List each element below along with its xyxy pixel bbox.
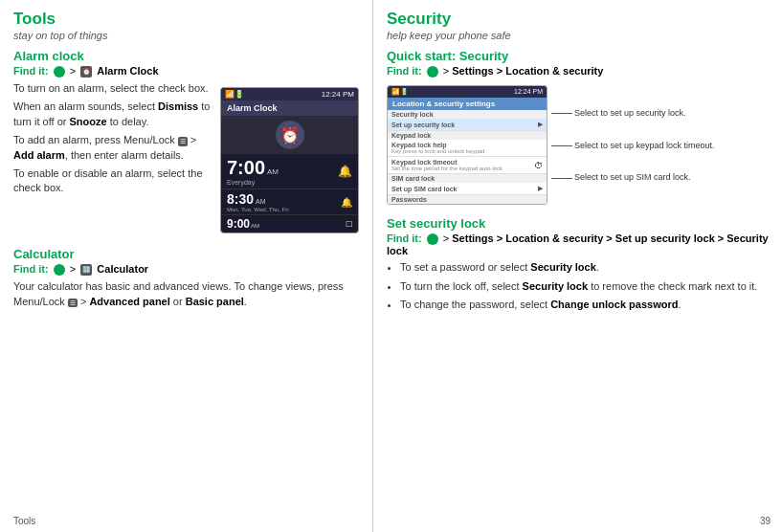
set-security-find-it: Find it: > Settings > Location & securit… (387, 233, 769, 256)
alarm-body2: When an alarm sounds, select Dismiss to … (13, 100, 212, 129)
alarm-ampm-3: AM (251, 223, 259, 229)
alarm-time-row-1: 7:00 AM Everyday 🔔 (221, 154, 358, 189)
set-sec-label: Find it: (387, 233, 422, 244)
keypad-lock-help-label: Keypad lock help (391, 142, 543, 148)
sec-row-set-up-security-lock[interactable]: Set up security lock ▶ (388, 119, 547, 131)
calc-find-it-label: Find it: (13, 263, 49, 275)
callout-item-3: Select to set up SIM card lock. (551, 172, 715, 184)
alarm-body4: To enable or disable an alarm, select th… (13, 166, 212, 196)
bullet-item-3: To change the password, select Change un… (400, 298, 769, 312)
tools-footer-label: Tools (13, 516, 35, 526)
sec-row-keypad-lock-timeout[interactable]: Keypad lock timeout Set the time period … (388, 157, 547, 174)
right-section-title: Security (387, 10, 769, 29)
callout-dash-3 (551, 178, 572, 179)
alarm-title-bar: Alarm Clock (221, 100, 358, 116)
alarm-clock-icon: ⏰ (276, 121, 304, 149)
sec-status-icons: 📶🔋 (391, 88, 409, 96)
sec-status-bar: 📶🔋 12:24 PM (388, 86, 547, 98)
set-security-lock-title: Set security lock (387, 216, 769, 231)
calculator-title: Calculator (13, 247, 359, 261)
bullet-item-1: To set a password or select Security loc… (400, 260, 769, 275)
calc-icon2: 🔢 (80, 264, 92, 276)
sim-card-lock-label: Set up SIM card lock (391, 186, 538, 192)
set-sec-arrow: > (443, 233, 449, 244)
keypad-lock-help-sub: Key press to lock and unlock keypad (391, 148, 543, 154)
calc-icon1 (54, 264, 65, 276)
alarm-checkbox-3[interactable]: ☐ (346, 220, 352, 229)
alarm-days-2: Mon, Tue, Wed, Thu, Fri (227, 207, 288, 212)
sec-row-group-timeout: Keypad lock timeout Set the time period … (391, 159, 534, 171)
keypad-timeout-icon: ⏱ (534, 161, 543, 170)
callout-item-2: Select to set up keypad lock timeout. (551, 141, 715, 152)
bullet-item-2: To turn the lock off, select Security lo… (400, 279, 769, 294)
sec-arrow1: > (443, 65, 449, 77)
calc-arrow: > (70, 263, 76, 275)
sec-find-it-label: Find it: (387, 65, 422, 77)
alarm-find-it: Find it: > ⏰ Alarm Clock (13, 65, 359, 78)
alarm-time-row-2: 8:30 AM Mon, Tue, Wed, Thu, Fri 🔔 (221, 189, 358, 215)
left-section-subtitle: stay on top of things (13, 30, 359, 41)
sec-arrow-icon: ▶ (538, 121, 543, 128)
callout-col: Select to set up security lock. Select t… (551, 81, 715, 209)
alarm-time-2: 8:30 (227, 191, 254, 207)
alarm-screenshot: 📶🔋 12:24 PM Alarm Clock ⏰ 7:00 AM Everyd… (220, 87, 359, 233)
alarm-body3: To add an alarm, press Menu/Lock ☰ > Add… (13, 133, 212, 163)
sec-row-sim-card-lock[interactable]: Set up SIM card lock ▶ (388, 183, 547, 195)
alarm-bell-1[interactable]: 🔔 (338, 165, 352, 178)
keypad-lock-timeout-label: Keypad lock timeout (391, 159, 534, 166)
security-screenshot: 📶🔋 12:24 PM Location & security settings… (387, 85, 547, 205)
sec-row-group: Keypad lock help Key press to lock and u… (391, 142, 543, 154)
alarm-label-1: Everyday (227, 179, 279, 186)
right-section-subtitle: help keep your phone safe (387, 30, 769, 41)
security-find-it: Find it: > Settings > Location & securit… (387, 65, 769, 78)
quick-start-title: Quick start: Security (387, 49, 769, 63)
set-sec-icon (427, 233, 438, 245)
sim-lock-arrow: ▶ (538, 185, 543, 192)
sec-section-keypad-lock: Keypad lock (388, 131, 547, 140)
sec-section-sim-lock: SIM card lock (388, 174, 547, 183)
right-column: Security help keep your phone safe Quick… (373, 0, 782, 532)
find-it-icon1 (54, 66, 65, 78)
alarm-ampm-1: AM (267, 167, 279, 176)
security-bullet-list: To set a password or select Security loc… (400, 260, 769, 312)
sec-row-keypad-lock-help[interactable]: Keypad lock help Key press to lock and u… (388, 140, 547, 157)
sec-section-passwords: Passwords (388, 195, 547, 204)
sec-icon1 (427, 66, 438, 78)
alarm-icon-area: ⏰ (221, 116, 358, 154)
alarm-time-1: 7:00 (227, 157, 265, 179)
calc-find-it-path: Calculator (97, 263, 148, 275)
sec-status-time: 12:24 PM (514, 88, 543, 96)
sec-header-bar: Location & security settings (388, 98, 547, 110)
alarm-time-row-3: 9:00 AM ☐ (221, 215, 358, 233)
callout-label-1: Select to set up security lock. (574, 108, 686, 120)
alarm-body1: To turn on an alarm, select the check bo… (13, 81, 212, 96)
find-it-label: Find it: (13, 65, 49, 77)
alarm-status-time: 12:24 PM (322, 90, 354, 99)
security-layout: 📶🔋 12:24 PM Location & security settings… (387, 81, 769, 209)
alarm-find-it-path: Alarm Clock (97, 65, 158, 77)
alarm-status-icons: 📶🔋 (225, 90, 244, 99)
calc-body1: Your calculator has basic and advanced v… (13, 279, 359, 309)
sec-path: Settings > Location & security (452, 65, 603, 77)
callout-item-1: Select to set up security lock. (551, 108, 715, 120)
calc-find-it: Find it: > 🔢 Calculator (13, 263, 359, 276)
left-column: Tools stay on top of things Alarm clock … (0, 0, 373, 532)
find-it-arrow1: > (70, 65, 76, 77)
left-section-title: Tools (13, 10, 359, 29)
callout-label-2: Select to set up keypad lock timeout. (574, 141, 715, 152)
sec-section-security-lock: Security lock (388, 110, 547, 119)
callout-dash-2 (551, 145, 572, 146)
keypad-lock-timeout-sub: Set the time period for the keypad auto-… (391, 166, 534, 171)
alarm-status-bar: 📶🔋 12:24 PM (221, 88, 358, 100)
alarm-clock-title: Alarm clock (13, 49, 359, 63)
callout-label-3: Select to set up SIM card lock. (574, 172, 691, 184)
callout-dash-1 (551, 113, 572, 114)
alarm-time-3: 9:00 (227, 217, 250, 231)
page-number: 39 (760, 516, 771, 526)
find-it-icon2: ⏰ (80, 66, 92, 78)
alarm-ampm-2: AM (256, 198, 266, 205)
sec-row-label: Set up security lock (391, 122, 538, 128)
alarm-bell-2[interactable]: 🔔 (341, 197, 352, 208)
